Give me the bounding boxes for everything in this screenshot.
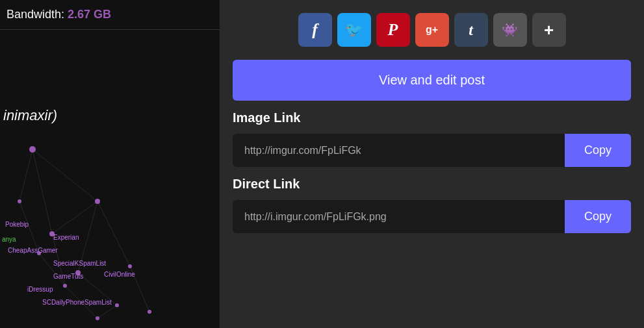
- svg-line-2: [52, 201, 97, 234]
- node-anya: anya: [2, 236, 16, 243]
- node-scdailyphonespamlist: SCDailyPhoneSpamList: [42, 299, 112, 306]
- node-pokebip: Pokebip: [5, 221, 29, 228]
- svg-point-20: [96, 316, 99, 320]
- facebook-icon[interactable]: f: [298, 13, 332, 47]
- tumblr-icon[interactable]: t: [454, 13, 488, 47]
- social-icons-row: f 🐦 P g+ t 👾 +: [233, 10, 631, 50]
- bandwidth-header: Bandwidth: 2.67 GB: [0, 0, 220, 30]
- svg-point-13: [29, 146, 36, 153]
- svg-point-17: [128, 264, 132, 268]
- node-cheapassgamer: CheapAssGamer: [8, 247, 58, 254]
- graph-area: inimaxir) Pokebip anya Experian CheapAss…: [0, 36, 220, 328]
- image-link-input[interactable]: [233, 134, 565, 167]
- left-panel: Bandwidth: 2.67 GB: [0, 0, 220, 328]
- more-share-icon[interactable]: +: [532, 13, 566, 47]
- node-idressup: iDressup: [27, 286, 53, 293]
- right-panel: f 🐦 P g+ t 👾 + View and edit post Image …: [220, 0, 644, 328]
- bandwidth-value: 2.67 GB: [68, 8, 111, 21]
- reddit-icon[interactable]: 👾: [493, 13, 527, 47]
- svg-line-9: [97, 305, 117, 318]
- direct-link-label: Direct Link: [233, 177, 631, 192]
- direct-link-section: Direct Link Copy: [233, 177, 631, 233]
- view-edit-button[interactable]: View and edit post: [233, 60, 631, 101]
- bandwidth-label: Bandwidth:: [6, 8, 64, 21]
- svg-line-3: [97, 201, 130, 266]
- svg-line-1: [32, 149, 52, 234]
- direct-link-copy-button[interactable]: Copy: [565, 200, 631, 233]
- node-gametuts: GameTuts: [53, 273, 83, 280]
- svg-point-21: [148, 310, 151, 314]
- image-link-copy-button[interactable]: Copy: [565, 134, 631, 167]
- direct-link-row: Copy: [233, 200, 631, 233]
- username-label: inimaxir): [3, 107, 57, 124]
- image-link-section: Image Link Copy: [233, 110, 631, 167]
- node-civilonline: CivilOnline: [104, 271, 135, 278]
- svg-point-15: [95, 199, 100, 204]
- svg-point-22: [18, 199, 21, 203]
- pinterest-icon[interactable]: P: [376, 13, 410, 47]
- twitter-icon[interactable]: 🐦: [337, 13, 371, 47]
- svg-line-0: [32, 149, 97, 201]
- image-link-label: Image Link: [233, 110, 631, 125]
- image-link-row: Copy: [233, 134, 631, 167]
- node-specialkspamlist: SpecialKSpamList: [53, 260, 106, 267]
- svg-point-19: [63, 284, 67, 288]
- googleplus-icon[interactable]: g+: [415, 13, 449, 47]
- direct-link-input[interactable]: [233, 200, 565, 233]
- svg-line-10: [19, 149, 32, 201]
- node-experian: Experian: [53, 234, 79, 241]
- svg-point-18: [115, 303, 119, 307]
